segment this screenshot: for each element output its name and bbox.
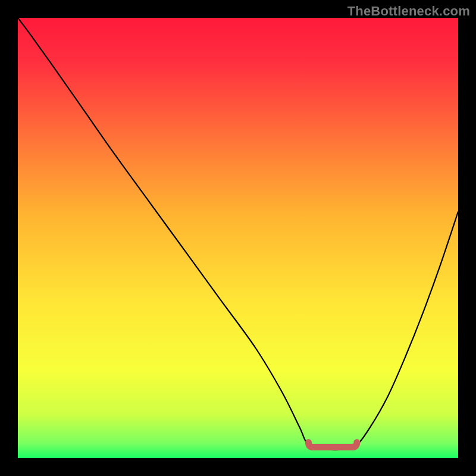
bottleneck-chart bbox=[18, 18, 458, 458]
chart-frame: TheBottleneck.com bbox=[0, 0, 476, 476]
watermark-text: TheBottleneck.com bbox=[347, 4, 470, 19]
plot-area bbox=[18, 18, 458, 458]
gradient-background bbox=[18, 18, 458, 458]
